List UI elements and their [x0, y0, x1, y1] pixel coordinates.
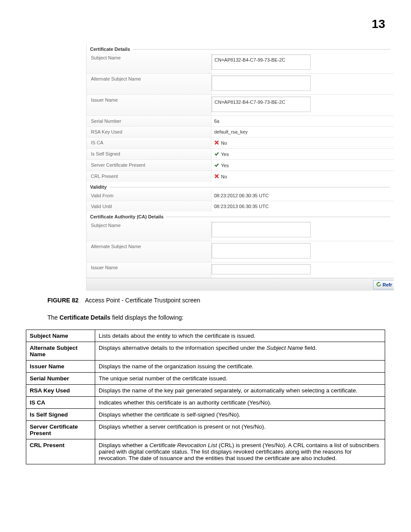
rsa-key-value: default_rsa_key [212, 127, 394, 137]
certificate-trustpoint-screenshot: Certificate Details Subject Name CN=AP81… [86, 44, 394, 291]
desc-cell: Displays whether a server certification … [95, 421, 385, 439]
field-label: Is Self Signed [87, 149, 212, 159]
divider-line [166, 217, 390, 217]
term-cell: RSA Key Used [26, 385, 95, 397]
term-cell: Alternate Subject Name [26, 342, 95, 361]
text: No [221, 174, 227, 179]
desc-cell: Displays the name of the organization is… [95, 361, 385, 373]
term-cell: Subject Name [26, 330, 95, 342]
term-cell: IS CA [26, 397, 95, 409]
valid-from-value: 08:23:2012 06:30:35 UTC [212, 190, 394, 201]
subject-name-field[interactable]: CN=AP8132-B4-C7-99-73-BE-2C [212, 54, 311, 70]
desc-cell: Displays whether a Certificate Revocatio… [95, 439, 385, 464]
section-label: Certificate Details [90, 47, 130, 52]
table-row: IS CAIndicates whether this certificate … [26, 397, 385, 409]
text: No [221, 140, 227, 146]
section-header-ca-details: Certificate Authority (CA) Details [87, 212, 394, 220]
field-label: CRL Present [87, 171, 212, 182]
server-cert-present-value: Yes [212, 160, 394, 171]
section-header-validity: Validity [87, 182, 394, 190]
figure-caption: FIGURE 82 Access Point - Certificate Tru… [47, 297, 385, 304]
field-label: Valid From [87, 190, 212, 201]
desc-cell: Displays whether the certificate is self… [95, 409, 385, 421]
table-row: Serial NumberThe unique serial number of… [26, 373, 385, 385]
desc-cell: Displays alternative details to the info… [95, 342, 385, 361]
page-number: 13 [26, 17, 385, 31]
intro-prefix: The [47, 314, 59, 321]
desc-cell: Lists details about the entity to which … [95, 330, 385, 342]
field-label: Subject Name [87, 53, 212, 73]
cross-icon [214, 174, 221, 179]
table-row: Issuer NameDisplays the name of the orga… [26, 361, 385, 373]
check-icon [214, 152, 221, 157]
table-row: Subject NameLists details about the enti… [26, 330, 385, 342]
field-label: RSA Key Used [87, 127, 212, 137]
term-cell: CRL Present [26, 439, 95, 464]
field-label: Alternate Subject Name [87, 241, 212, 262]
section-header-cert-details: Certificate Details [87, 44, 394, 53]
section-label: Certificate Authority (CA) Details [90, 214, 164, 219]
figure-caption-text: Access Point - Certificate Trustpoint sc… [85, 297, 200, 304]
desc-cell: Displays the name of the key pair genera… [95, 385, 385, 397]
refresh-icon [376, 282, 383, 288]
ca-issuer-name-field[interactable] [212, 264, 311, 274]
serial-number-value: 6a [212, 116, 394, 126]
intro-bold: Certificate Details [59, 314, 110, 321]
figure-label: FIGURE 82 [47, 297, 78, 304]
field-label: Issuer Name [87, 95, 212, 115]
field-label: Valid Until [87, 201, 212, 212]
refresh-label: Refr [383, 282, 392, 287]
check-icon [214, 163, 221, 168]
table-row: CRL PresentDisplays whether a Certificat… [26, 439, 385, 464]
field-label: Serial Number [87, 116, 212, 126]
term-cell: Serial Number [26, 373, 95, 385]
issuer-name-field[interactable]: CN=AP8132-B4-C7-99-73-BE-2C [212, 96, 311, 112]
divider-line [133, 49, 390, 50]
field-label: Subject Name [87, 220, 212, 241]
text: Yes [221, 152, 229, 157]
text: Yes [221, 163, 229, 168]
section-label: Validity [90, 184, 107, 190]
intro-suffix: field displays the following: [110, 314, 184, 321]
field-label: Alternate Subject Name [87, 74, 212, 94]
term-cell: Issuer Name [26, 361, 95, 373]
term-cell: Server Certificate Present [26, 421, 95, 439]
bottom-toolbar: Refr [87, 278, 394, 291]
ca-subject-name-field[interactable] [212, 222, 311, 237]
field-label: IS CA [87, 137, 212, 148]
alt-subject-name-field[interactable] [212, 75, 311, 91]
ca-alt-subject-name-field[interactable] [212, 243, 311, 258]
desc-cell: The unique serial number of the certific… [95, 373, 385, 385]
is-self-signed-value: Yes [212, 149, 394, 159]
description-table: Subject NameLists details about the enti… [26, 330, 385, 464]
intro-text: The Certificate Details field displays t… [47, 314, 385, 321]
field-label: Issuer Name [87, 262, 212, 278]
table-row: Alternate Subject NameDisplays alternati… [26, 342, 385, 361]
table-row: Server Certificate PresentDisplays wheth… [26, 421, 385, 439]
desc-cell: Indicates whether this certificate is an… [95, 397, 385, 409]
table-row: RSA Key UsedDisplays the name of the key… [26, 385, 385, 397]
divider-line [109, 187, 390, 187]
table-row: Is Self SignedDisplays whether the certi… [26, 409, 385, 421]
cross-icon [214, 140, 221, 146]
is-ca-value: No [212, 137, 394, 148]
crl-present-value: No [212, 171, 394, 182]
term-cell: Is Self Signed [26, 409, 95, 421]
field-label: Server Certificate Present [87, 160, 212, 171]
valid-until-value: 08:23:2013 06:30:35 UTC [212, 201, 394, 212]
refresh-button[interactable]: Refr [373, 280, 394, 289]
